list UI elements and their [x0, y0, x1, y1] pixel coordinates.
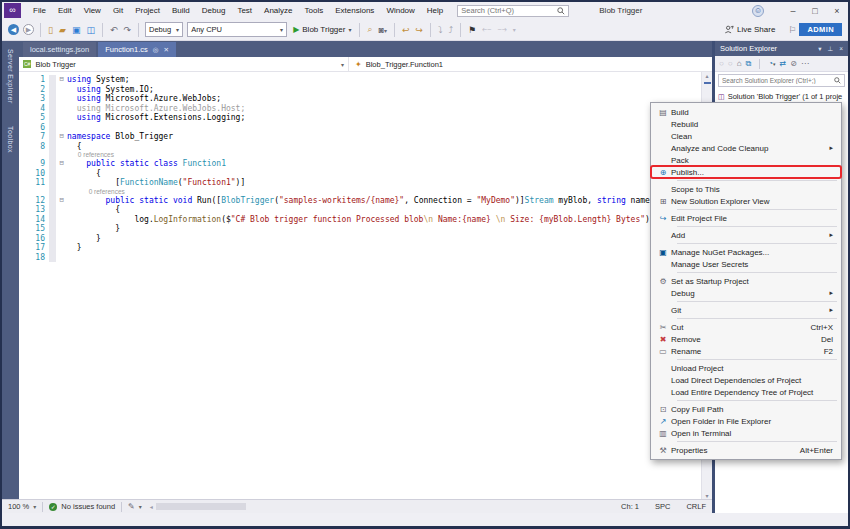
menu-item-edit-project-file[interactable]: ↪Edit Project File: [651, 212, 841, 224]
menu-edit[interactable]: Edit: [52, 4, 78, 17]
menu-item-set-as-startup-project[interactable]: ⚙Set as Startup Project: [651, 275, 841, 287]
code-line[interactable]: 16 }: [19, 234, 712, 244]
code-line[interactable]: 10 {: [19, 169, 712, 179]
menu-git[interactable]: Git: [107, 4, 129, 17]
menu-item-publish[interactable]: ⊕Publish...: [651, 166, 841, 178]
menu-item-open-folder-in-file-explorer[interactable]: ↗Open Folder in File Explorer: [651, 415, 841, 427]
snapshot-icon[interactable]: ◙▾: [378, 25, 386, 35]
step-over-icon[interactable]: ⤴: [449, 25, 454, 35]
navigate-back-code-icon[interactable]: ↩: [402, 25, 410, 35]
tree-node-solution[interactable]: ◫ Solution 'Blob Trigger' (1 of 1 proje: [715, 91, 848, 102]
home-icon[interactable]: ⌂: [737, 59, 742, 68]
type-member-dropdown[interactable]: ✦ Blob_Trigger.Function1: [349, 60, 449, 69]
next-bookmark-icon[interactable]: ⤍: [497, 24, 506, 35]
server-explorer-tab[interactable]: Server Explorer: [7, 49, 14, 104]
admin-account-button[interactable]: ADMIN: [799, 23, 842, 36]
editor-horizontal-scrollbar[interactable]: ◂: [150, 503, 597, 510]
menu-item-rebuild[interactable]: Rebuild: [651, 118, 841, 130]
menu-item-manage-user-secrets[interactable]: Manage User Secrets: [651, 258, 841, 270]
pin-icon[interactable]: ⊥: [828, 45, 834, 53]
save-all-icon[interactable]: ◫: [86, 25, 95, 35]
code-line[interactable]: 6: [19, 123, 712, 133]
code-line[interactable]: 7⊟namespace Blob_Trigger: [19, 132, 712, 142]
tab-local-settings-json[interactable]: local.settings.json: [23, 42, 96, 57]
menu-item-remove[interactable]: ✖RemoveDel: [651, 333, 841, 345]
find-in-files-icon[interactable]: ⌕: [367, 24, 372, 35]
menu-item-copy-full-path[interactable]: ⊡Copy Full Path: [651, 403, 841, 415]
undo-icon[interactable]: ↶: [110, 25, 118, 35]
codelens-row[interactable]: 0 references: [19, 188, 712, 196]
close-button[interactable]: ×: [826, 6, 848, 16]
code-line[interactable]: 1⊟using System;: [19, 75, 712, 85]
menu-file[interactable]: File: [27, 4, 52, 17]
code-line[interactable]: 8 {: [19, 142, 712, 152]
space-indicator[interactable]: SPC: [655, 502, 670, 511]
code-line[interactable]: 13 {: [19, 205, 712, 215]
open-file-icon[interactable]: ▰: [59, 25, 66, 35]
menu-item-load-direct-dependencies-of-project[interactable]: Load Direct Dependencies of Project: [651, 374, 841, 386]
code-line[interactable]: 5 using Microsoft.Extensions.Logging;: [19, 113, 712, 123]
menu-project[interactable]: Project: [129, 4, 166, 17]
menu-item-pack[interactable]: Pack: [651, 154, 841, 166]
prev-bookmark-icon[interactable]: ⤌: [482, 24, 491, 35]
se-back-icon[interactable]: ○: [719, 59, 724, 68]
tab-function1-cs[interactable]: Function1.cs ◎ ✕: [98, 42, 176, 57]
menu-item-clean[interactable]: Clean: [651, 130, 841, 142]
window-position-icon[interactable]: ▾: [818, 45, 821, 53]
feedback-icon[interactable]: ⚐: [788, 25, 796, 35]
menu-help[interactable]: Help: [421, 4, 449, 17]
codelens-row[interactable]: 0 references: [19, 151, 712, 159]
menu-item-git[interactable]: Git▸: [651, 304, 841, 316]
menu-item-rename[interactable]: ▭RenameF2: [651, 345, 841, 357]
pending-changes-filter-icon[interactable]: ◔▾: [768, 59, 775, 68]
fold-collapse-icon[interactable]: ⊟: [56, 132, 67, 142]
code-line[interactable]: 14 log.LogInformation($"C# Blob trigger …: [19, 215, 712, 225]
code-line[interactable]: 4 using Microsoft.Azure.WebJobs.Host;: [19, 104, 712, 114]
scroll-up-icon[interactable]: ▴: [705, 72, 708, 79]
menu-window[interactable]: Window: [380, 4, 420, 17]
fold-collapse-icon[interactable]: ⊟: [56, 159, 67, 169]
menu-item-build[interactable]: ▤Build: [651, 106, 841, 118]
menu-item-add[interactable]: Add▸: [651, 229, 841, 241]
se-more-icon[interactable]: ⋯: [801, 59, 809, 68]
redo-icon[interactable]: ↷: [123, 25, 131, 35]
sync-active-document-icon[interactable]: ⇄: [780, 59, 787, 68]
zoom-level-dropdown[interactable]: 100 %▾: [8, 502, 36, 511]
quick-search-box[interactable]: [457, 5, 569, 17]
scroll-down-icon[interactable]: ▾: [705, 492, 708, 499]
code-editor[interactable]: 1⊟using System;2 using System.IO;3 using…: [19, 72, 712, 499]
menu-test[interactable]: Test: [231, 4, 258, 17]
code-line[interactable]: 9⊟ public static class Function1: [19, 159, 712, 169]
se-forward-icon[interactable]: ○: [728, 59, 733, 68]
fold-collapse-icon[interactable]: ⊟: [56, 196, 67, 206]
solution-explorer-header[interactable]: Solution Explorer ▾ ⊥ ×: [715, 41, 848, 56]
menu-item-open-in-terminal[interactable]: ▥Open in Terminal: [651, 427, 841, 439]
save-icon[interactable]: ▣: [72, 25, 81, 35]
menu-extensions[interactable]: Extensions: [329, 4, 380, 17]
project-dropdown[interactable]: C# Blob Trigger ▾: [19, 57, 349, 71]
navigate-fwd-code-icon[interactable]: ↪: [415, 25, 423, 35]
collapse-all-icon[interactable]: ⊘: [790, 59, 797, 68]
maximize-button[interactable]: □: [804, 6, 826, 16]
solution-configuration-select[interactable]: Debug▾: [145, 22, 183, 37]
code-cleanup-dropdown[interactable]: ✎▾: [128, 502, 142, 511]
solution-explorer-search[interactable]: [718, 74, 845, 87]
scroll-left-icon[interactable]: ◂: [150, 503, 153, 510]
hscroll-thumb[interactable]: [156, 503, 246, 510]
menu-item-scope-to-this[interactable]: Scope to This: [651, 183, 841, 195]
menu-item-unload-project[interactable]: Unload Project: [651, 362, 841, 374]
menu-item-new-solution-explorer-view[interactable]: ⊞New Solution Explorer View: [651, 195, 841, 207]
navigate-backward-icon[interactable]: ◀: [8, 24, 19, 35]
quick-search-input[interactable]: [461, 6, 557, 15]
close-tab-icon[interactable]: ✕: [163, 46, 168, 54]
menu-view[interactable]: View: [78, 4, 107, 17]
solution-platform-select[interactable]: Any CPU▾: [187, 22, 287, 37]
code-line[interactable]: 15 }: [19, 224, 712, 234]
menu-item-manage-nuget-packages[interactable]: ▣Manage NuGet Packages...: [651, 246, 841, 258]
close-panel-icon[interactable]: ×: [839, 45, 843, 53]
line-ending-indicator[interactable]: CRLF: [686, 502, 706, 511]
fold-collapse-icon[interactable]: ⊟: [56, 75, 67, 85]
new-file-icon[interactable]: ▯: [48, 25, 53, 35]
code-line[interactable]: 17 }: [19, 243, 712, 253]
menu-build[interactable]: Build: [166, 4, 196, 17]
